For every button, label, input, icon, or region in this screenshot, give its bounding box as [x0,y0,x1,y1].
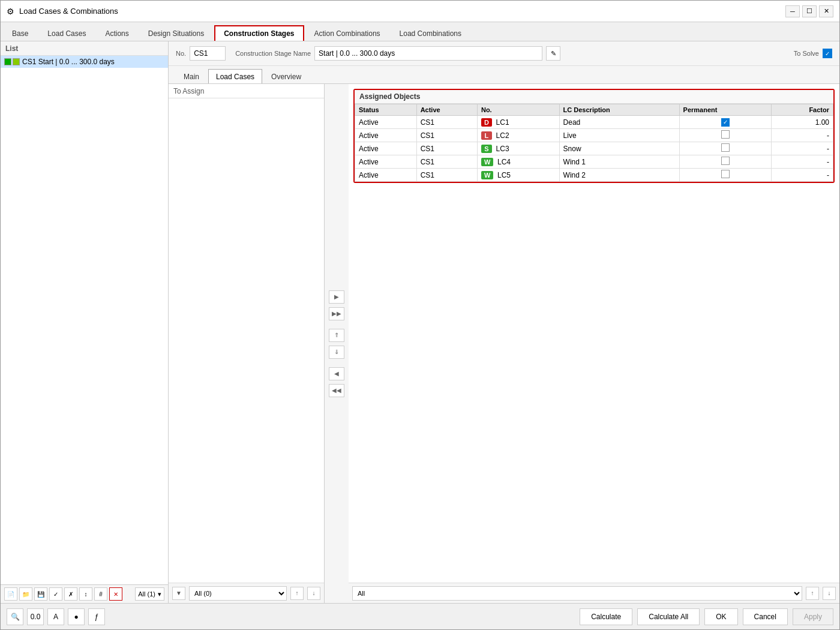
move-up-button[interactable]: ⇑ [329,329,344,342]
close-button[interactable]: ✕ [819,5,833,17]
list-item[interactable]: CS1 Start | 0.0 ... 300.0 days [1,56,168,68]
permanent-checkbox[interactable] [721,130,730,139]
back-button[interactable]: ◀ [329,367,344,380]
assigned-sort-asc-icon[interactable]: ↑ [806,587,819,600]
ok-button[interactable]: OK [704,608,737,625]
sort-desc-icon[interactable]: ↓ [307,587,320,600]
to-assign-filter-select[interactable]: All (0) [189,586,287,601]
assigned-sort-desc-icon[interactable]: ↓ [823,587,836,600]
permanent-checkbox[interactable] [721,143,730,152]
list-area: CS1 Start | 0.0 ... 300.0 days [1,56,168,584]
cell-badge: W LC5 [477,169,559,182]
list-item-icons [4,58,20,65]
assigned-filter-select[interactable]: All [352,586,802,601]
inner-tab-overview[interactable]: Overview [263,69,309,83]
bottom-right-buttons: Calculate Calculate All OK Cancel Apply [580,608,833,625]
window-icon: ⚙ [7,7,14,16]
right-panel: No. Construction Stage Name ✎ To Solve ✓… [169,41,839,603]
inner-tab-bar: Main Load Cases Overview [169,66,839,84]
tab-construction-stages[interactable]: Construction Stages [214,25,304,41]
color-box-yellow-green [13,58,20,65]
tab-base[interactable]: Base [3,25,37,41]
no-input[interactable] [190,46,226,61]
to-assign-header: To Assign [169,84,324,98]
title-bar: ⚙ Load Cases & Combinations ─ ☐ ✕ [1,1,839,22]
table-row: Active CS1 W LC4 Wind 1 - [355,155,833,169]
bottom-bar: 🔍 0.0 A ● ƒ Calculate Calculate All OK C… [1,603,839,629]
cell-status: Active [355,169,417,182]
cell-description: Snow [559,142,679,155]
func-icon[interactable]: ƒ [88,608,105,625]
apply-button[interactable]: Apply [793,608,833,625]
cancel-button[interactable]: Cancel [743,608,788,625]
new-icon[interactable]: 📄 [4,587,17,601]
forward-all-button[interactable]: ▶▶ [329,307,344,320]
dot-icon[interactable]: ● [68,608,85,625]
cell-factor: - [772,169,833,182]
to-assign-filter-row: ▼ All (0) ↑ ↓ [169,583,324,603]
cell-factor: - [772,129,833,142]
cell-permanent [679,129,772,142]
form-group-to-solve: To Solve ✓ [794,49,832,58]
cell-factor: - [772,155,833,169]
form-row: No. Construction Stage Name ✎ To Solve ✓ [169,41,839,66]
list-filter-dropdown[interactable]: All (1) ▾ [135,587,164,601]
window-title: Load Cases & Combinations [19,7,118,16]
calculate-button[interactable]: Calculate [580,608,632,625]
cell-badge: L LC2 [477,129,559,142]
filter-icon[interactable]: ▼ [172,587,185,600]
list-item-label: CS1 Start | 0.0 ... 300.0 days [22,58,115,66]
cell-factor: 1.00 [772,116,833,129]
cell-status: Active [355,142,417,155]
inner-tab-main[interactable]: Main [176,69,207,83]
left-panel-bottom: 📄 📁 💾 ✓ ✗ ↕ # ✕ All (1) ▾ [1,584,168,603]
cell-description: Dead [559,116,679,129]
edit-button[interactable]: ✎ [546,46,560,61]
cell-active: CS1 [416,155,477,169]
table-row: Active CS1 S LC3 Snow - [355,142,833,155]
check-icon[interactable]: ✓ [49,587,62,601]
maximize-button[interactable]: ☐ [802,5,817,17]
forward-button[interactable]: ▶ [329,290,344,304]
calculate-all-button[interactable]: Calculate All [637,608,700,625]
sort-asc-icon[interactable]: ↑ [290,587,304,600]
tab-actions[interactable]: Actions [96,25,137,41]
delete-icon[interactable]: ✕ [109,587,122,601]
tab-action-combinations[interactable]: Action Combinations [305,25,389,41]
search-icon[interactable]: 🔍 [7,608,23,625]
cell-active: CS1 [416,142,477,155]
cell-status: Active [355,129,417,142]
permanent-checkbox[interactable] [721,157,730,165]
save-icon[interactable]: 💾 [34,587,47,601]
number-icon[interactable]: # [94,587,107,601]
col-no: No. [477,104,559,116]
move-down-button[interactable]: ⇓ [329,346,344,359]
col-status: Status [355,104,417,116]
form-group-name: Construction Stage Name ✎ [235,46,560,61]
tab-load-combinations[interactable]: Load Combinations [391,25,470,41]
permanent-checkbox[interactable]: ✓ [721,118,730,127]
to-solve-checkbox[interactable]: ✓ [823,49,832,58]
cell-status: Active [355,155,417,169]
col-permanent: Permanent [679,104,772,116]
minimize-button[interactable]: ─ [785,5,800,17]
cross-icon[interactable]: ✗ [64,587,77,601]
list-header: List [1,41,168,56]
name-label: Construction Stage Name [235,50,311,57]
name-input[interactable] [314,46,542,61]
cell-description: Wind 2 [559,169,679,182]
lc-badge: W [481,158,493,166]
tab-design-situations[interactable]: Design Situations [139,25,213,41]
permanent-checkbox[interactable] [721,170,730,178]
tab-load-cases[interactable]: Load Cases [38,25,95,41]
lc-badge: S [481,145,492,153]
table-row: Active CS1 W LC5 Wind 2 - [355,169,833,182]
lc-badge: D [481,118,492,127]
sort-icon[interactable]: ↕ [79,587,92,601]
numeric-icon[interactable]: 0.0 [27,608,44,625]
back-all-button[interactable]: ◀◀ [329,384,344,397]
text-icon[interactable]: A [47,608,64,625]
inner-tab-load-cases[interactable]: Load Cases [208,69,262,83]
to-assign-content [169,98,324,583]
open-icon[interactable]: 📁 [19,587,32,601]
